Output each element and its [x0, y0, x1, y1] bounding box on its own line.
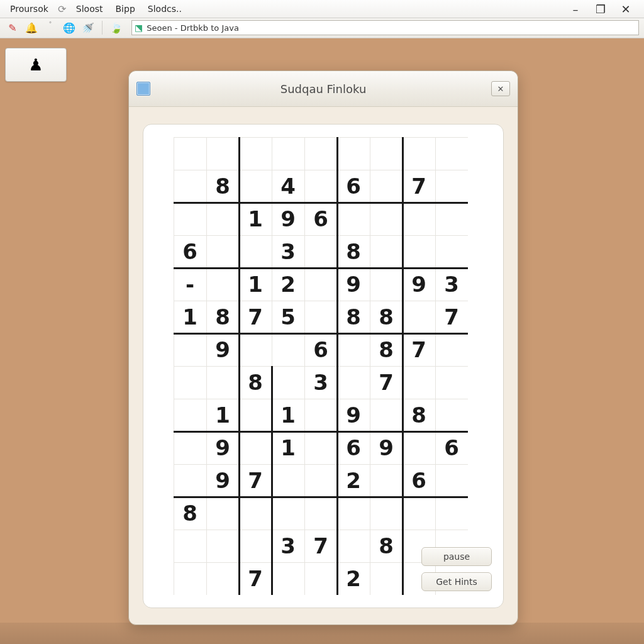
menu-item-1[interactable]: Sloost: [70, 2, 109, 16]
sudoku-cell[interactable]: 8: [402, 399, 435, 431]
globe-icon[interactable]: 🌐: [62, 20, 77, 35]
sudoku-cell[interactable]: 9: [272, 203, 304, 235]
address-bar-icon: ⬔: [135, 23, 143, 33]
sudoku-actions: pause Get Hints: [421, 547, 492, 591]
sudoku-cell[interactable]: 6: [174, 235, 206, 268]
sudoku-cell[interactable]: 7: [370, 366, 402, 399]
sudoku-cell[interactable]: 8: [370, 530, 402, 562]
sudoku-cell[interactable]: 8: [337, 235, 370, 268]
paint-icon[interactable]: ✎: [5, 20, 20, 35]
sudoku-cell[interactable]: 2: [272, 268, 304, 301]
sudoku-cell[interactable]: 1: [272, 399, 304, 431]
sudoku-cell[interactable]: 9: [206, 464, 239, 497]
get-hints-button[interactable]: Get Hints: [421, 572, 492, 591]
sudoku-cell[interactable]: 9: [402, 268, 435, 301]
sudoku-cell[interactable]: 1: [239, 268, 272, 301]
sudoku-cell[interactable]: 6: [337, 170, 370, 203]
sudoku-cell[interactable]: 8: [370, 301, 402, 333]
pause-button[interactable]: pause: [421, 547, 492, 566]
sudoku-cell[interactable]: 7: [402, 170, 435, 203]
toolbar-separator: [102, 21, 103, 35]
sudoku-cell[interactable]: 8: [337, 301, 370, 333]
sudoku-cell[interactable]: 2: [337, 464, 370, 497]
os-menubar: Proursok ⟳ Sloost Bipp Slodcs.. – ❐ ✕: [0, 0, 644, 18]
address-bar[interactable]: ⬔ Seoen - Drtbkb to Java: [131, 20, 639, 35]
sudoku-cell[interactable]: 9: [370, 431, 402, 464]
sudoku-cell[interactable]: 3: [272, 235, 304, 268]
sudoku-cell[interactable]: 3: [304, 366, 337, 399]
sudoku-window-title: Sudqau Finloku: [129, 82, 518, 96]
sudoku-cell[interactable]: 9: [337, 399, 370, 431]
degree-icon: °: [43, 16, 58, 31]
sudoku-cell[interactable]: 8: [174, 497, 206, 530]
sudoku-cell[interactable]: 6: [435, 431, 468, 464]
sudoku-cell[interactable]: 8: [206, 301, 239, 333]
chess-piece-icon: ♟: [28, 55, 43, 74]
sudoku-cell[interactable]: 3: [272, 530, 304, 562]
sudoku-cell[interactable]: 9: [206, 333, 239, 366]
sudoku-cell[interactable]: 9: [206, 431, 239, 464]
sudoku-cell[interactable]: 3: [435, 268, 468, 301]
sudoku-cell[interactable]: 8: [206, 170, 239, 203]
sudoku-cell[interactable]: 7: [239, 301, 272, 333]
sudoku-cell[interactable]: 8: [370, 333, 402, 366]
menu-item-0[interactable]: Proursok: [4, 2, 55, 16]
sudoku-cell[interactable]: 6: [337, 431, 370, 464]
sudoku-window: Sudqau Finloku ✕ 8467196638-129931875887…: [128, 70, 518, 625]
desktop-shadow: [0, 623, 644, 644]
sudoku-cell[interactable]: 6: [402, 464, 435, 497]
os-close-button[interactable]: ✕: [619, 3, 633, 16]
sudoku-board: 8467196638-12993187588796878371198916969…: [143, 124, 504, 608]
sudoku-cell[interactable]: 8: [239, 366, 272, 399]
menu-item-2[interactable]: Bipp: [109, 2, 142, 16]
sudoku-cell[interactable]: 7: [239, 562, 272, 595]
os-maximize-button[interactable]: ❐: [594, 3, 608, 16]
sudoku-cell[interactable]: 1: [206, 399, 239, 431]
sudoku-close-button[interactable]: ✕: [491, 81, 510, 96]
address-bar-text: Seoen - Drtbkb to Java: [147, 23, 239, 33]
bell-icon[interactable]: 🔔: [24, 20, 39, 35]
menu-item-3[interactable]: Slodcs..: [142, 2, 188, 16]
sudoku-cell[interactable]: 7: [239, 464, 272, 497]
sudoku-cell[interactable]: 2: [337, 562, 370, 595]
sudoku-cell[interactable]: -: [174, 268, 206, 301]
sudoku-titlebar[interactable]: Sudqau Finloku ✕: [129, 71, 518, 107]
os-toolbar: ✎ 🔔 ° 🌐 🚿 🍃 ⬔ Seoen - Drtbkb to Java: [0, 18, 644, 38]
faucet-icon[interactable]: 🚿: [80, 20, 96, 35]
sudoku-cell[interactable]: 1: [272, 431, 304, 464]
sudoku-grid[interactable]: 8467196638-12993187588796878371198916969…: [174, 137, 468, 595]
os-minimize-button[interactable]: –: [569, 3, 582, 16]
sudoku-cell[interactable]: 7: [435, 301, 468, 333]
sudoku-cell[interactable]: 1: [239, 203, 272, 235]
sudoku-cell[interactable]: 4: [272, 170, 304, 203]
sudoku-window-icon: [136, 82, 150, 96]
sudoku-cell[interactable]: 6: [304, 333, 337, 366]
leaf-icon[interactable]: 🍃: [109, 20, 124, 35]
sudoku-cell[interactable]: 9: [337, 268, 370, 301]
sudoku-cell[interactable]: 7: [304, 530, 337, 562]
reload-icon[interactable]: ⟳: [55, 1, 70, 16]
sudoku-cell[interactable]: 5: [272, 301, 304, 333]
sudoku-cell[interactable]: 6: [304, 203, 337, 235]
sudoku-cell[interactable]: 1: [174, 301, 206, 333]
docked-tool-window[interactable]: ♟: [5, 48, 67, 82]
sudoku-cell[interactable]: 7: [402, 333, 435, 366]
